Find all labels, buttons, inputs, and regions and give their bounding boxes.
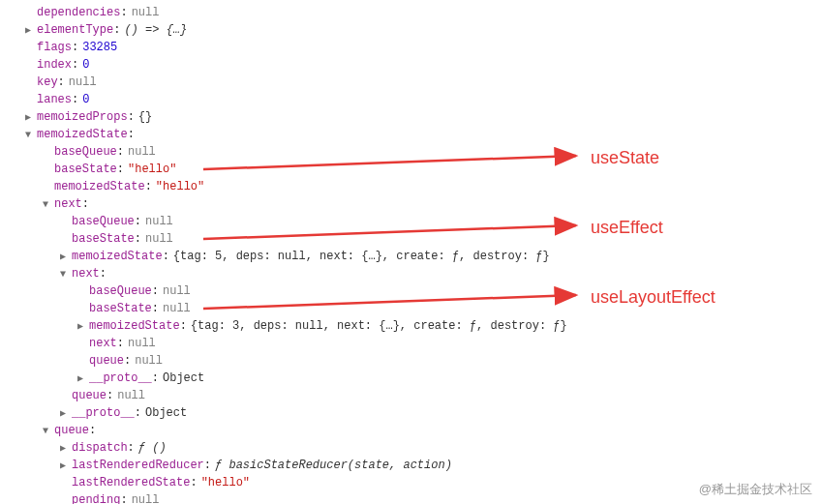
prop-row[interactable]: lanes:0: [8, 91, 814, 108]
prop-row-queue[interactable]: ▼queue:: [8, 422, 814, 439]
prop-row-baseState-null-2[interactable]: baseState:null: [8, 300, 814, 317]
collapse-icon[interactable]: ▼: [25, 128, 35, 142]
prop-row[interactable]: baseQueue:null: [8, 143, 814, 161]
prop-row[interactable]: ▶__proto__:Object: [8, 404, 814, 422]
prop-row[interactable]: queue:null: [8, 352, 814, 370]
expand-icon[interactable]: ▶: [60, 441, 70, 456]
prop-row[interactable]: ▶dispatch:ƒ (): [8, 439, 814, 457]
prop-row-next-2[interactable]: ▼next:: [8, 265, 814, 282]
collapse-icon[interactable]: ▼: [43, 424, 52, 438]
prop-row[interactable]: ▶memoizedState:{tag: 5, deps: null, next…: [8, 248, 814, 265]
expand-icon[interactable]: ▶: [77, 319, 87, 334]
prop-row[interactable]: ▶lastRenderedReducer:ƒ basicStateReducer…: [8, 457, 814, 474]
prop-row[interactable]: baseQueue:null: [8, 282, 814, 300]
expand-icon[interactable]: ▶: [77, 371, 87, 386]
prop-row[interactable]: ▶elementType:() => {…}: [8, 21, 814, 39]
expand-icon[interactable]: ▶: [60, 459, 70, 473]
prop-row[interactable]: key:null: [8, 74, 814, 91]
prop-row[interactable]: dependencies:null: [8, 4, 814, 21]
prop-row[interactable]: ▶memoizedState:{tag: 3, deps: null, next…: [8, 317, 814, 335]
prop-row-baseState-hello[interactable]: baseState:"hello": [8, 161, 814, 178]
expand-icon[interactable]: ▶: [25, 23, 35, 38]
prop-row[interactable]: next:null: [8, 335, 814, 352]
prop-row[interactable]: queue:null: [8, 387, 814, 404]
prop-row[interactable]: ▶__proto__:Object: [8, 370, 814, 387]
prop-row[interactable]: index:0: [8, 56, 814, 74]
prop-row-memoizedState[interactable]: ▼memoizedState:: [8, 126, 814, 143]
prop-row[interactable]: ▶memoizedProps:{}: [8, 108, 814, 126]
prop-row[interactable]: lastRenderedState:"hello": [8, 474, 814, 491]
collapse-icon[interactable]: ▼: [43, 197, 52, 212]
expand-icon[interactable]: ▶: [60, 406, 70, 421]
prop-row-next-1[interactable]: ▼next:: [8, 195, 814, 213]
expand-icon[interactable]: ▶: [25, 110, 35, 125]
prop-row[interactable]: pending:null: [8, 491, 814, 504]
expand-icon[interactable]: ▶: [60, 250, 70, 264]
prop-row[interactable]: flags:33285: [8, 39, 814, 56]
object-tree: dependencies:null ▶elementType:() => {…}…: [8, 4, 814, 504]
prop-row[interactable]: memoizedState:"hello": [8, 178, 814, 195]
collapse-icon[interactable]: ▼: [60, 267, 70, 282]
prop-row-baseState-null-1[interactable]: baseState:null: [8, 230, 814, 248]
prop-row[interactable]: baseQueue:null: [8, 213, 814, 230]
watermark: @稀土掘金技术社区: [699, 480, 812, 499]
